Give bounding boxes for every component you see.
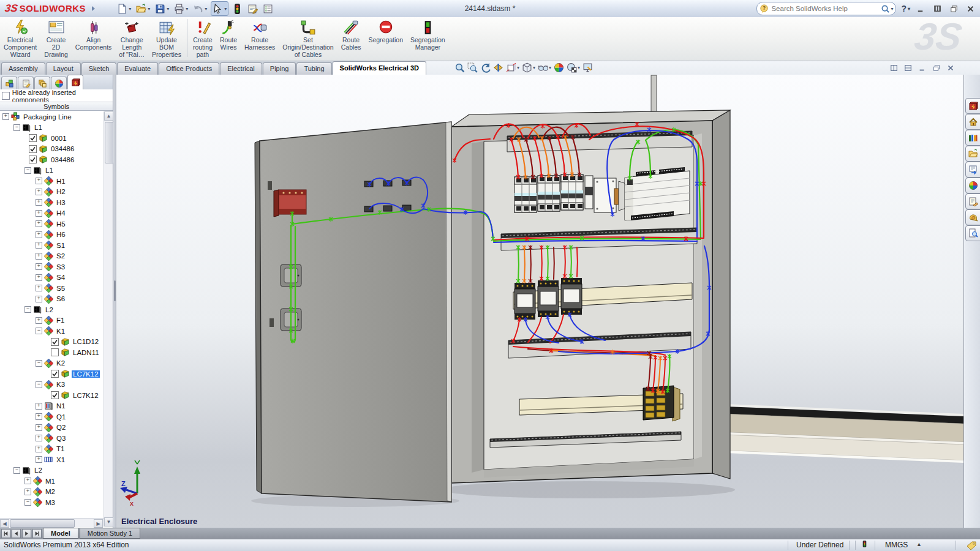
solidworks-resources-button[interactable] [965,114,980,130]
tree-item-label[interactable]: H6 [55,231,67,238]
tree-item-label[interactable]: S6 [55,295,66,302]
tree-row[interactable]: LC7K12 [0,369,104,380]
tree-item-label[interactable]: LC7K12 [72,392,100,399]
traffic-light-button[interactable] [231,2,244,15]
hide-inserted-checkbox[interactable] [2,92,10,100]
tree-expand-icon[interactable]: + [36,263,42,270]
hide-show-items-button[interactable]: ▾ [538,62,551,73]
save-button[interactable]: ▾ [154,2,170,15]
tab-electrical[interactable]: Electrical [220,62,262,75]
tree-expand-icon[interactable]: + [36,424,42,431]
tree-item-label[interactable]: F1 [55,317,66,324]
print-button[interactable]: ▾ [173,2,189,15]
view-orientation-button[interactable]: ▾ [506,62,519,73]
set-origin-destination-of-cables-button[interactable]: Set Origin/Destination of Cables [279,19,336,59]
tree-item-label[interactable]: H5 [55,220,67,228]
section-view-button[interactable] [493,62,503,73]
tree-item-label[interactable]: H4 [55,209,67,217]
route-cables-button[interactable]: Route Cables [338,19,364,51]
display-style-button[interactable]: ▾ [522,62,535,73]
tab-sketch[interactable]: Sketch [81,62,117,75]
zoom-to-area-button[interactable] [467,62,478,73]
tree-row[interactable]: +F1 [0,315,104,326]
panel-tab-configurationmanager[interactable] [34,77,50,89]
tree-item-label[interactable]: Packaging Line [22,113,73,121]
tree-row[interactable]: +Q3 [0,433,104,444]
tree-expand-icon[interactable]: + [36,242,42,249]
tree-item-label[interactable]: S2 [55,252,66,260]
tree-row[interactable]: −M3 [0,497,104,508]
tree-expand-icon[interactable]: + [36,210,42,217]
hide-show-items-dropdown-icon[interactable]: ▾ [549,65,551,70]
sheet-properties-button[interactable] [246,2,259,15]
splitter-grip[interactable] [114,280,116,301]
tree-checkbox[interactable] [51,370,59,378]
select-dropdown-icon[interactable]: ▾ [224,6,227,12]
close-button[interactable] [964,3,976,14]
apply-scene-button[interactable]: ▾ [567,62,580,73]
align-components-button[interactable]: Align Components [72,19,115,51]
panel-tab-dimxpertmanager[interactable] [51,77,67,89]
tree-checkbox[interactable] [29,134,37,142]
tree-row[interactable]: −L1 [0,165,104,176]
change-length-button[interactable]: Change Length of "Rai… [116,19,148,59]
tree-row[interactable]: −K3 [0,380,104,391]
segregation-button[interactable]: Segregation [365,19,406,44]
tree-item-label[interactable]: L1 [44,167,55,174]
tree-expand-icon[interactable]: + [2,113,9,120]
panel-tab-electrical-manager[interactable] [67,75,83,89]
tree-expand-icon[interactable]: + [36,456,42,463]
tab-tubing[interactable]: Tubing [296,62,331,75]
tree-item-label[interactable]: Q1 [55,413,67,421]
tree-row[interactable]: +X1 [0,454,104,465]
panel-tab-propertymanager[interactable] [18,77,34,89]
open-button[interactable]: ▾ [135,2,151,15]
tree-item-label[interactable]: 0001 [50,135,68,142]
tree-item-label[interactable]: H3 [55,199,67,206]
tree-item-label[interactable]: LC7K12 [72,370,100,378]
route-harnesses-button[interactable]: Route Harnesses [241,19,278,51]
tree-item-label[interactable]: 034486 [50,156,75,163]
tree-expand-icon[interactable]: + [36,274,42,281]
switch-windows-button[interactable] [948,3,960,14]
tree-item-label[interactable]: LC1D12 [72,338,100,345]
design-library-button[interactable] [965,130,980,146]
tree-collapse-icon[interactable]: − [36,360,42,367]
tree-item-label[interactable]: L1 [33,124,43,131]
tree-item-label[interactable]: X1 [55,456,66,463]
tree-expand-icon[interactable]: + [36,403,42,410]
tree-collapse-icon[interactable]: − [24,306,31,313]
units-dropdown-icon[interactable]: ▲ [916,541,922,547]
tree-row[interactable]: +H1 [0,176,104,187]
appearances-scenes-button[interactable] [965,178,980,193]
help-button[interactable]: ?▾ [901,4,910,13]
search-results-button[interactable] [965,225,980,241]
tree-item-label[interactable]: M2 [44,488,56,495]
tree-row[interactable]: LC7K12 [0,390,104,401]
tree-item-label[interactable]: K1 [55,328,66,335]
tree-row[interactable]: +T1 [0,444,104,455]
tree-expand-icon[interactable]: + [36,220,42,227]
tree-row[interactable]: −L2 [0,304,104,315]
segregation-manager-button[interactable]: Segregation Manager [407,19,448,51]
tree-checkbox[interactable] [51,338,59,346]
apply-scene-dropdown-icon[interactable]: ▾ [578,65,580,70]
tree-row[interactable]: +H5 [0,219,104,230]
tree-row[interactable]: +S5 [0,283,104,294]
tree-row[interactable]: +S4 [0,272,104,283]
tree-row[interactable]: +H3 [0,197,104,208]
electrical-component-wizard-button[interactable]: Electrical Component Wizard [1,19,40,59]
tab-solidworks-electrical-3d[interactable]: SolidWorks Electrical 3D [333,61,426,75]
view-palette-button[interactable] [965,162,980,178]
options-button[interactable] [262,2,274,15]
tree-item-label[interactable]: H2 [55,188,67,195]
maximize-button[interactable] [931,3,943,14]
new-document-dropdown-icon[interactable]: ▾ [129,6,131,12]
motor-contactors[interactable] [514,278,582,320]
tree-item-label[interactable]: 034486 [50,145,75,152]
vertical-scroll-thumb[interactable] [105,122,114,163]
nav-last-button[interactable] [32,529,42,538]
tree-row[interactable]: +M1 [0,476,104,487]
main-contactor[interactable] [594,178,626,212]
tree-row[interactable]: +H2 [0,187,104,198]
